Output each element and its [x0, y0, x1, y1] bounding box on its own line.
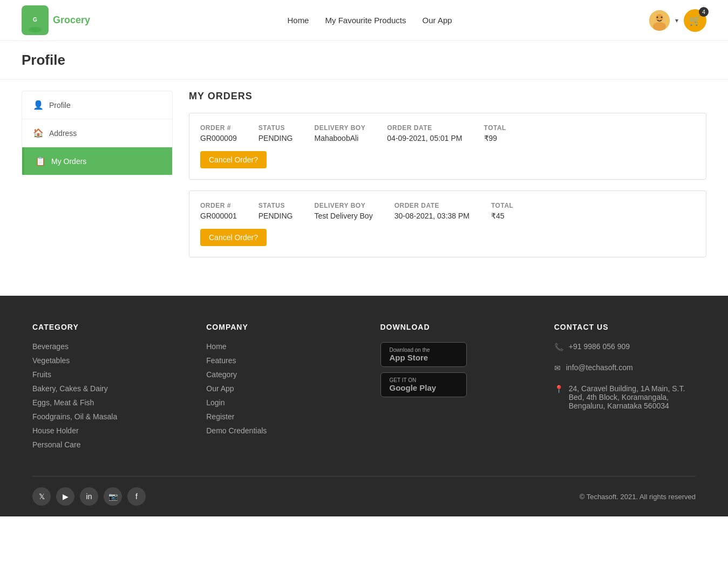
cart-button[interactable]: 🛒 4 — [684, 9, 706, 32]
cart-badge: 4 — [699, 7, 709, 17]
footer-company-register[interactable]: Register — [206, 412, 348, 421]
footer-company-ourapp[interactable]: Our App — [206, 384, 348, 393]
order-delivery-label-1: DELIVERY BOY — [315, 124, 366, 132]
footer-contact-title: CONTACT US — [554, 323, 696, 331]
footer-cat-beverages[interactable]: Beverages — [32, 342, 174, 351]
sidebar-label-address: Address — [49, 129, 77, 138]
cancel-order-button-1[interactable]: Cancel Order? — [200, 151, 267, 168]
nav-home[interactable]: Home — [287, 16, 309, 25]
email-icon: ✉ — [554, 364, 561, 372]
nav-favourites[interactable]: My Favourite Products — [325, 16, 406, 25]
page-title: Profile — [22, 52, 706, 69]
order-total-value-1: ₹99 — [484, 134, 506, 142]
footer-cat-house[interactable]: House Holder — [32, 426, 174, 435]
order-number-col-1: ORDER # GR000009 — [200, 124, 237, 142]
order-number-value-2: GR000001 — [200, 212, 237, 220]
sidebar-item-address[interactable]: 🏠 Address — [22, 119, 172, 147]
order-date-value-2: 30-08-2021, 03:38 PM — [394, 212, 470, 220]
sidebar-label-my-orders: My Orders — [51, 157, 86, 166]
order-date-label-1: ORDER DATE — [387, 124, 462, 132]
nav-our-app[interactable]: Our App — [423, 16, 452, 25]
order-total-value-2: ₹45 — [491, 212, 513, 220]
phone-icon: 📞 — [554, 343, 563, 351]
social-facebook[interactable]: f — [127, 487, 146, 506]
order-number-value-1: GR000009 — [200, 134, 237, 142]
footer-company-features[interactable]: Features — [206, 356, 348, 365]
contact-address-text: 24, Caravel Building, 1A Main, S.T. Bed,… — [569, 384, 696, 410]
contact-address: 📍 24, Caravel Building, 1A Main, S.T. Be… — [554, 384, 696, 416]
footer-company-category[interactable]: Category — [206, 370, 348, 379]
cancel-order-button-2[interactable]: Cancel Order? — [200, 229, 267, 246]
order-number-label-1: ORDER # — [200, 124, 237, 132]
google-play-top-text: GET IT ON — [390, 377, 458, 383]
user-area: ▾ 🛒 4 — [649, 9, 706, 32]
page-title-bar: Profile — [0, 41, 728, 80]
google-play-button[interactable]: GET IT ON Google Play — [380, 372, 467, 397]
profile-icon: 👤 — [33, 100, 44, 110]
footer-company-home[interactable]: Home — [206, 342, 348, 351]
footer-company-demo[interactable]: Demo Credentials — [206, 426, 348, 435]
order-status-col-1: STATUS PENDING — [258, 124, 293, 142]
main-content: 👤 Profile 🏠 Address 📋 My Orders MY ORDER… — [0, 80, 728, 296]
footer: CATEGORY Beverages Vegetables Fruits Bak… — [0, 296, 728, 516]
order-delivery-col-1: DELIVERY BOY MahaboobAli — [315, 124, 366, 142]
social-instagram[interactable]: 📷 — [104, 487, 122, 506]
logo-text: Grocery — [53, 15, 90, 26]
footer-cat-personal[interactable]: Personal Care — [32, 440, 174, 449]
address-icon: 🏠 — [33, 128, 44, 138]
order-delivery-col-2: DELIVERY BOY Test Delivery Boy — [315, 202, 373, 220]
footer-company-login[interactable]: Login — [206, 398, 348, 407]
footer-company-col: COMPANY Home Features Category Our App L… — [206, 323, 348, 454]
header: G Grocery Home My Favourite Products Our… — [0, 0, 728, 41]
social-twitter[interactable]: 𝕏 — [32, 487, 51, 506]
user-dropdown-chevron[interactable]: ▾ — [675, 17, 678, 24]
social-linkedin[interactable]: in — [80, 487, 98, 506]
order-delivery-value-2: Test Delivery Boy — [315, 212, 373, 220]
order-card-1: ORDER # GR000009 STATUS PENDING DELIVERY… — [189, 113, 706, 180]
address-icon: 📍 — [554, 385, 563, 393]
sidebar-item-my-orders[interactable]: 📋 My Orders — [22, 147, 172, 175]
social-icons: 𝕏 ▶ in 📷 f — [32, 487, 146, 506]
footer-cat-vegetables[interactable]: Vegetables — [32, 356, 174, 365]
order-total-col-1: TOTAL ₹99 — [484, 124, 506, 142]
order-total-label-1: TOTAL — [484, 124, 506, 132]
footer-download-title: DOWNLOAD — [380, 323, 522, 331]
footer-cat-fruits[interactable]: Fruits — [32, 370, 174, 379]
svg-text:G: G — [33, 17, 37, 23]
sidebar-item-profile[interactable]: 👤 Profile — [22, 91, 172, 119]
sidebar: 👤 Profile 🏠 Address 📋 My Orders — [22, 91, 173, 175]
order-date-col-1: ORDER DATE 04-09-2021, 05:01 PM — [387, 124, 462, 142]
footer-cat-bakery[interactable]: Bakery, Cakes & Dairy — [32, 384, 174, 393]
avatar[interactable] — [649, 10, 670, 31]
svg-point-5 — [653, 22, 666, 31]
order-status-value-1: PENDING — [258, 134, 293, 142]
svg-point-7 — [661, 16, 662, 18]
svg-point-6 — [656, 16, 658, 18]
sidebar-label-profile: Profile — [49, 101, 71, 110]
orders-section-title: MY ORDERS — [189, 91, 706, 102]
order-status-col-2: STATUS PENDING — [258, 202, 293, 220]
order-delivery-label-2: DELIVERY BOY — [315, 202, 373, 209]
footer-cat-eggs[interactable]: Eggs, Meat & Fish — [32, 398, 174, 407]
google-play-name: Google Play — [390, 383, 458, 392]
order-row-2: ORDER # GR000001 STATUS PENDING DELIVERY… — [200, 202, 695, 220]
orders-section: MY ORDERS ORDER # GR000009 STATUS PENDIN… — [173, 91, 706, 285]
contact-phone: 📞 +91 9986 056 909 — [554, 342, 696, 357]
logo-icon: G — [22, 5, 49, 35]
order-date-value-1: 04-09-2021, 05:01 PM — [387, 134, 462, 142]
order-date-label-2: ORDER DATE — [394, 202, 470, 209]
order-row-1: ORDER # GR000009 STATUS PENDING DELIVERY… — [200, 124, 695, 142]
order-status-label-2: STATUS — [258, 202, 293, 209]
app-store-button[interactable]: Download on the App Store — [380, 342, 467, 367]
contact-phone-text: +91 9986 056 909 — [569, 342, 630, 351]
order-number-label-2: ORDER # — [200, 202, 237, 209]
order-total-col-2: TOTAL ₹45 — [491, 202, 513, 220]
logo[interactable]: G Grocery — [22, 5, 90, 35]
footer-cat-foodgrains[interactable]: Foodgrains, Oil & Masala — [32, 412, 174, 421]
order-status-label-1: STATUS — [258, 124, 293, 132]
social-youtube[interactable]: ▶ — [56, 487, 74, 506]
order-date-col-2: ORDER DATE 30-08-2021, 03:38 PM — [394, 202, 470, 220]
order-total-label-2: TOTAL — [491, 202, 513, 209]
main-nav: Home My Favourite Products Our App — [287, 16, 452, 25]
order-status-value-2: PENDING — [258, 212, 293, 220]
